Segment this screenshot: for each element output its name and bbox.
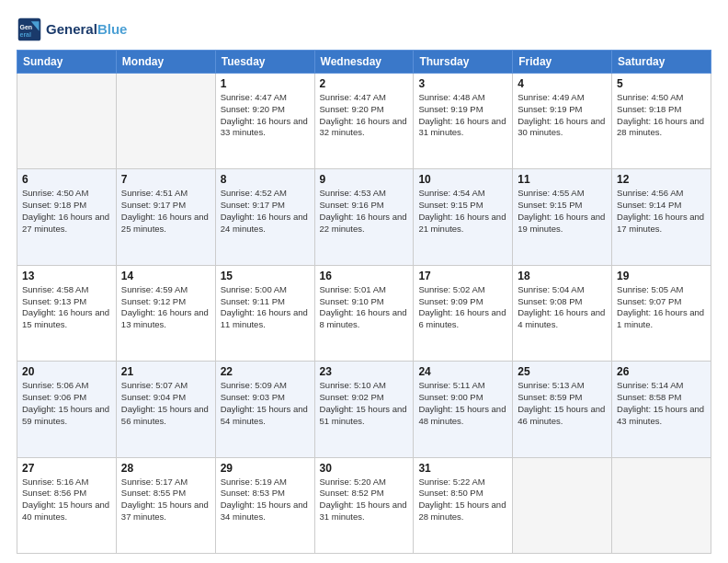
day-number: 10 <box>418 173 507 186</box>
table-row: 7Sunrise: 4:51 AM Sunset: 9:17 PM Daylig… <box>116 169 215 265</box>
logo: Gen eral GeneralBlue <box>17 17 127 42</box>
col-thursday: Thursday <box>414 51 513 74</box>
col-monday: Monday <box>116 51 215 74</box>
day-info: Sunrise: 5:14 AM Sunset: 8:58 PM Dayligh… <box>617 380 706 427</box>
day-number: 21 <box>121 365 210 378</box>
table-row: 3Sunrise: 4:48 AM Sunset: 9:19 PM Daylig… <box>414 74 513 169</box>
table-row: 24Sunrise: 5:11 AM Sunset: 9:00 PM Dayli… <box>414 362 513 457</box>
calendar-header-row: Sunday Monday Tuesday Wednesday Thursday… <box>17 51 711 74</box>
day-info: Sunrise: 5:04 AM Sunset: 9:08 PM Dayligh… <box>518 284 607 331</box>
day-number: 27 <box>22 462 111 475</box>
day-info: Sunrise: 5:06 AM Sunset: 9:06 PM Dayligh… <box>22 380 111 427</box>
day-number: 1 <box>221 77 310 90</box>
table-row: 31Sunrise: 5:22 AM Sunset: 8:50 PM Dayli… <box>414 457 513 553</box>
day-number: 13 <box>22 270 111 282</box>
table-row: 4Sunrise: 4:49 AM Sunset: 9:19 PM Daylig… <box>513 74 612 169</box>
logo-text: GeneralBlue <box>46 22 127 38</box>
day-info: Sunrise: 4:49 AM Sunset: 9:19 PM Dayligh… <box>518 92 607 139</box>
table-row: 30Sunrise: 5:20 AM Sunset: 8:52 PM Dayli… <box>314 457 414 553</box>
calendar-week-row: 20Sunrise: 5:06 AM Sunset: 9:06 PM Dayli… <box>17 362 711 457</box>
table-row: 21Sunrise: 5:07 AM Sunset: 9:04 PM Dayli… <box>116 362 215 457</box>
table-row: 5Sunrise: 4:50 AM Sunset: 9:18 PM Daylig… <box>612 74 711 169</box>
day-number: 3 <box>418 77 507 90</box>
col-wednesday: Wednesday <box>314 51 414 74</box>
table-row: 2Sunrise: 4:47 AM Sunset: 9:20 PM Daylig… <box>314 74 414 169</box>
day-info: Sunrise: 5:22 AM Sunset: 8:50 PM Dayligh… <box>418 477 507 523</box>
day-number: 19 <box>617 270 706 282</box>
table-row: 17Sunrise: 5:02 AM Sunset: 9:09 PM Dayli… <box>414 265 513 361</box>
day-info: Sunrise: 5:02 AM Sunset: 9:09 PM Dayligh… <box>418 284 507 331</box>
day-number: 15 <box>221 270 310 282</box>
calendar-week-row: 6Sunrise: 4:50 AM Sunset: 9:18 PM Daylig… <box>17 169 711 265</box>
day-number: 25 <box>518 365 607 378</box>
table-row: 26Sunrise: 5:14 AM Sunset: 8:58 PM Dayli… <box>612 362 711 457</box>
day-number: 29 <box>221 462 310 475</box>
table-row: 23Sunrise: 5:10 AM Sunset: 9:02 PM Dayli… <box>314 362 414 457</box>
table-row: 6Sunrise: 4:50 AM Sunset: 9:18 PM Daylig… <box>17 169 117 265</box>
table-row: 20Sunrise: 5:06 AM Sunset: 9:06 PM Dayli… <box>17 362 117 457</box>
day-info: Sunrise: 4:59 AM Sunset: 9:12 PM Dayligh… <box>121 284 210 331</box>
table-row <box>513 457 612 553</box>
svg-text:Gen: Gen <box>20 24 33 30</box>
table-row: 15Sunrise: 5:00 AM Sunset: 9:11 PM Dayli… <box>215 265 314 361</box>
table-row: 11Sunrise: 4:55 AM Sunset: 9:15 PM Dayli… <box>513 169 612 265</box>
day-number: 23 <box>320 365 409 378</box>
day-info: Sunrise: 5:13 AM Sunset: 8:59 PM Dayligh… <box>518 380 607 427</box>
table-row: 13Sunrise: 4:58 AM Sunset: 9:13 PM Dayli… <box>17 265 117 361</box>
calendar-week-row: 1Sunrise: 4:47 AM Sunset: 9:20 PM Daylig… <box>17 74 711 169</box>
day-info: Sunrise: 4:53 AM Sunset: 9:16 PM Dayligh… <box>320 188 409 235</box>
table-row: 14Sunrise: 4:59 AM Sunset: 9:12 PM Dayli… <box>116 265 215 361</box>
logo-icon: Gen eral <box>17 17 42 42</box>
day-number: 28 <box>121 462 210 475</box>
table-row: 25Sunrise: 5:13 AM Sunset: 8:59 PM Dayli… <box>513 362 612 457</box>
table-row <box>116 74 215 169</box>
day-number: 24 <box>418 365 507 378</box>
col-friday: Friday <box>513 51 612 74</box>
table-row: 27Sunrise: 5:16 AM Sunset: 8:56 PM Dayli… <box>17 457 117 553</box>
day-number: 26 <box>617 365 706 378</box>
day-info: Sunrise: 5:07 AM Sunset: 9:04 PM Dayligh… <box>121 380 210 427</box>
day-info: Sunrise: 4:50 AM Sunset: 9:18 PM Dayligh… <box>617 92 706 139</box>
day-info: Sunrise: 4:47 AM Sunset: 9:20 PM Dayligh… <box>320 92 409 139</box>
day-number: 30 <box>320 462 409 475</box>
page: Gen eral GeneralBlue Sunday Monday Tuesd… <box>0 0 728 563</box>
day-info: Sunrise: 5:17 AM Sunset: 8:55 PM Dayligh… <box>121 477 210 523</box>
table-row: 8Sunrise: 4:52 AM Sunset: 9:17 PM Daylig… <box>215 169 314 265</box>
table-row: 28Sunrise: 5:17 AM Sunset: 8:55 PM Dayli… <box>116 457 215 553</box>
calendar-table: Sunday Monday Tuesday Wednesday Thursday… <box>17 50 711 554</box>
day-info: Sunrise: 5:01 AM Sunset: 9:10 PM Dayligh… <box>320 284 409 331</box>
day-number: 12 <box>617 173 706 186</box>
day-number: 7 <box>121 173 210 186</box>
table-row: 10Sunrise: 4:54 AM Sunset: 9:15 PM Dayli… <box>414 169 513 265</box>
day-number: 4 <box>518 77 607 90</box>
header: Gen eral GeneralBlue <box>17 17 711 42</box>
day-info: Sunrise: 5:09 AM Sunset: 9:03 PM Dayligh… <box>221 380 310 427</box>
day-number: 14 <box>121 270 210 282</box>
table-row: 12Sunrise: 4:56 AM Sunset: 9:14 PM Dayli… <box>612 169 711 265</box>
table-row: 9Sunrise: 4:53 AM Sunset: 9:16 PM Daylig… <box>314 169 414 265</box>
table-row: 29Sunrise: 5:19 AM Sunset: 8:53 PM Dayli… <box>215 457 314 553</box>
calendar-week-row: 13Sunrise: 4:58 AM Sunset: 9:13 PM Dayli… <box>17 265 711 361</box>
day-number: 20 <box>22 365 111 378</box>
table-row: 22Sunrise: 5:09 AM Sunset: 9:03 PM Dayli… <box>215 362 314 457</box>
day-info: Sunrise: 4:52 AM Sunset: 9:17 PM Dayligh… <box>221 188 310 235</box>
day-info: Sunrise: 4:51 AM Sunset: 9:17 PM Dayligh… <box>121 188 210 235</box>
day-info: Sunrise: 4:55 AM Sunset: 9:15 PM Dayligh… <box>518 188 607 235</box>
day-info: Sunrise: 5:05 AM Sunset: 9:07 PM Dayligh… <box>617 284 706 331</box>
day-info: Sunrise: 5:00 AM Sunset: 9:11 PM Dayligh… <box>221 284 310 331</box>
day-info: Sunrise: 5:19 AM Sunset: 8:53 PM Dayligh… <box>221 477 310 523</box>
day-info: Sunrise: 5:16 AM Sunset: 8:56 PM Dayligh… <box>22 477 111 523</box>
col-sunday: Sunday <box>17 51 117 74</box>
day-info: Sunrise: 4:48 AM Sunset: 9:19 PM Dayligh… <box>418 92 507 139</box>
day-info: Sunrise: 4:47 AM Sunset: 9:20 PM Dayligh… <box>221 92 310 139</box>
calendar-week-row: 27Sunrise: 5:16 AM Sunset: 8:56 PM Dayli… <box>17 457 711 553</box>
day-info: Sunrise: 4:56 AM Sunset: 9:14 PM Dayligh… <box>617 188 706 235</box>
day-number: 11 <box>518 173 607 186</box>
day-info: Sunrise: 5:11 AM Sunset: 9:00 PM Dayligh… <box>418 380 507 427</box>
day-number: 9 <box>320 173 409 186</box>
day-number: 2 <box>320 77 409 90</box>
day-info: Sunrise: 4:54 AM Sunset: 9:15 PM Dayligh… <box>418 188 507 235</box>
table-row: 19Sunrise: 5:05 AM Sunset: 9:07 PM Dayli… <box>612 265 711 361</box>
svg-text:eral: eral <box>20 31 32 38</box>
day-info: Sunrise: 5:10 AM Sunset: 9:02 PM Dayligh… <box>320 380 409 427</box>
